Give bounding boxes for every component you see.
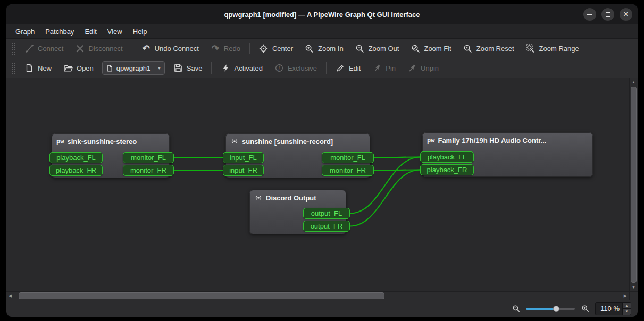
node-sunshine-record[interactable]: sunshine [sunshine-record] input_FL inpu… [225, 133, 370, 178]
edge-sunshine-monitor-fr-to-family-playback-fr[interactable] [374, 170, 420, 171]
scrollbar-corner [629, 292, 638, 300]
new-button[interactable]: New [19, 61, 57, 76]
edge-sunshine-monitor-fl-to-family-playback-fl[interactable] [374, 157, 420, 158]
exclusive-icon: f [274, 63, 284, 73]
patchbay-file-icon [106, 65, 113, 72]
port-input-fl[interactable]: input_FL [223, 152, 264, 163]
vertical-scroll-handle[interactable] [631, 87, 637, 283]
port-playback-fl[interactable]: playback_FL [49, 152, 103, 163]
spin-up-button[interactable]: ▲ [623, 303, 631, 309]
unpin-button[interactable]: Unpin [402, 61, 444, 76]
edit-button[interactable]: Edit [330, 61, 366, 76]
zoom-spinbox[interactable]: 110 % ▲ ▼ [595, 302, 631, 315]
zoom-in-small-icon[interactable] [580, 304, 590, 314]
patchbay-toolbar: New Open qpwgraph1 ▾ Save Activated [6, 58, 638, 78]
horizontal-scrollbar[interactable]: ◀ ▶ [6, 292, 629, 300]
port-output-fr[interactable]: output_FR [303, 221, 350, 232]
vertical-scrollbar[interactable]: ▲ ▼ [629, 78, 638, 291]
activated-label: Activated [234, 64, 262, 72]
vertical-scroll-track[interactable] [630, 86, 638, 283]
patchbay-profile-combo[interactable]: qpwgraph1 ▾ [102, 61, 165, 75]
edge-discord-output-fr-to-family-playback-fr[interactable] [350, 170, 420, 226]
canvas-row: pw sink-sunshine-stereo playback_FL play… [6, 78, 638, 291]
save-label: Save [187, 64, 203, 72]
port-playback-fr[interactable]: playback_FR [49, 165, 103, 176]
edit-pencil-icon [336, 63, 345, 73]
zoom-range-label: Zoom Range [539, 45, 579, 53]
node-family-hd-audio[interactable]: pw Family 17h/19h HD Audio Contr... play… [422, 132, 593, 177]
scroll-up-button[interactable]: ▲ [630, 78, 638, 86]
scroll-down-button[interactable]: ▼ [630, 283, 638, 291]
pipewire-icon: pw [427, 137, 434, 144]
maximize-icon [606, 12, 610, 17]
record-icon [230, 137, 239, 146]
toolbar-drag-handle[interactable] [11, 62, 16, 74]
pin-icon [372, 63, 382, 73]
save-icon [173, 63, 183, 73]
center-icon [259, 44, 269, 53]
zoom-slider-handle[interactable] [553, 306, 559, 312]
redo-icon: ↷ [211, 44, 220, 53]
unpin-icon [407, 63, 417, 73]
zoom-slider[interactable] [526, 305, 575, 313]
port-monitor-fr[interactable]: monitor_FR [322, 165, 374, 176]
node-title: Family 17h/19h HD Audio Contr... [438, 137, 546, 145]
horizontal-scroll-track[interactable] [14, 292, 621, 300]
open-button[interactable]: Open [58, 61, 99, 76]
spin-down-button[interactable]: ▼ [623, 308, 631, 315]
port-monitor-fl[interactable]: monitor_FL [123, 152, 174, 163]
zoom-reset-icon [463, 44, 473, 53]
minimize-button[interactable] [583, 8, 596, 21]
undo-connect-button[interactable]: ↶ Undo Connect [136, 41, 204, 56]
port-monitor-fr[interactable]: monitor_FR [123, 165, 174, 176]
horizontal-scroll-handle[interactable] [19, 292, 384, 299]
zoom-out-small-icon[interactable] [511, 304, 521, 314]
save-button[interactable]: Save [168, 61, 208, 76]
redo-button[interactable]: ↷ Redo [205, 41, 246, 56]
port-monitor-fl[interactable]: monitor_FL [322, 152, 374, 163]
port-playback-fr[interactable]: playback_FR [420, 164, 474, 175]
port-input-fr[interactable]: input_FR [223, 165, 264, 176]
close-button[interactable]: × [620, 8, 632, 21]
exclusive-label: Exclusive [288, 64, 317, 72]
exclusive-button[interactable]: f Exclusive [269, 61, 322, 76]
menubar: Graph Patchbay Edit View Help [6, 24, 638, 39]
pin-button[interactable]: Pin [367, 61, 401, 76]
disconnect-label: Disconnect [88, 45, 122, 53]
menu-edit[interactable]: Edit [80, 26, 101, 37]
activated-button[interactable]: Activated [215, 61, 267, 76]
menu-graph[interactable]: Graph [11, 26, 39, 37]
menu-view[interactable]: View [103, 26, 127, 37]
toolbar-drag-handle[interactable] [11, 42, 16, 55]
scroll-left-button[interactable]: ◀ [6, 292, 14, 300]
toolbar-separator [249, 43, 250, 54]
node-sink-sunshine-stereo[interactable]: pw sink-sunshine-stereo playback_FL play… [52, 133, 170, 178]
zoom-reset-label: Zoom Reset [476, 45, 514, 53]
chevron-down-icon: ▾ [154, 65, 161, 71]
connect-label: Connect [38, 45, 63, 53]
scroll-right-button[interactable]: ▶ [621, 292, 629, 300]
zoom-out-label: Zoom Out [369, 45, 399, 53]
zoom-out-icon [355, 44, 365, 53]
toolbar-separator [326, 62, 327, 74]
maximize-button[interactable] [601, 8, 614, 21]
menu-help[interactable]: Help [128, 26, 152, 37]
zoom-reset-button[interactable]: Zoom Reset [458, 41, 520, 56]
titlebar[interactable]: qpwgraph1 [modified] — A PipeWire Graph … [6, 4, 638, 24]
record-icon [254, 193, 263, 202]
node-discord-output[interactable]: Discord Output output_FL output_FR [249, 190, 346, 234]
menu-patchbay[interactable]: Patchbay [40, 26, 79, 37]
new-file-icon [24, 63, 34, 73]
zoom-range-button[interactable]: Zoom Range [521, 41, 584, 56]
center-button[interactable]: Center [254, 41, 298, 56]
zoom-fit-button[interactable]: Zoom Fit [405, 41, 456, 56]
zoom-in-button[interactable]: Zoom In [299, 41, 349, 56]
zoom-out-button[interactable]: Zoom Out [350, 41, 405, 56]
port-playback-fl[interactable]: playback_FL [420, 151, 474, 163]
window-controls: × [583, 4, 632, 24]
connect-button[interactable]: Connect [19, 41, 69, 56]
graph-canvas[interactable]: pw sink-sunshine-stereo playback_FL play… [6, 78, 629, 291]
redo-label: Redo [224, 45, 240, 53]
port-output-fl[interactable]: output_FL [303, 208, 350, 219]
disconnect-button[interactable]: Disconnect [70, 41, 128, 56]
